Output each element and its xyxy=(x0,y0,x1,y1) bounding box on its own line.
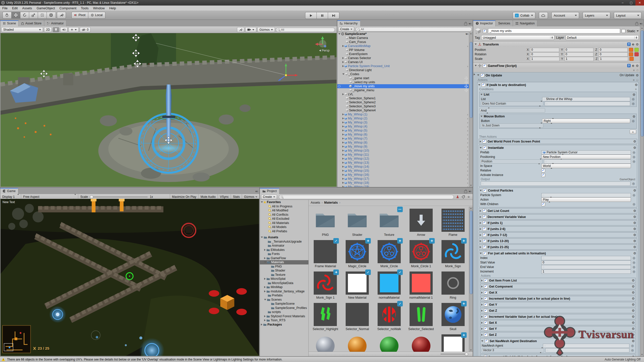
action-checkbox[interactable] xyxy=(483,146,487,150)
add-button[interactable]: + xyxy=(630,130,636,134)
operator-dropdown[interactable]: And xyxy=(479,108,545,113)
asset-tile[interactable]: normalMaterial xyxy=(374,269,405,301)
transform-tool-button[interactable] xyxy=(47,12,55,19)
gear-icon[interactable]: ⚙ xyxy=(633,140,636,143)
emodule-quick-icon[interactable] xyxy=(629,57,634,61)
prefab-chevron-icon[interactable]: › xyxy=(467,121,468,124)
project-favorite-item[interactable]: All In Progress xyxy=(260,204,308,209)
grid-view-icon[interactable]: □ xyxy=(636,78,638,81)
flow-action-header[interactable]: If (units 1) ⚙ xyxy=(480,220,636,225)
hierarchy-item[interactable]: My_Whisp (16)› xyxy=(337,173,469,177)
static-checkbox[interactable] xyxy=(622,29,625,33)
2d-toggle-button[interactable]: 2D xyxy=(44,27,52,32)
pane-menu-icon[interactable]: ▾≡ xyxy=(469,22,471,25)
asset-tile[interactable]: PNG xyxy=(310,207,341,238)
action-checkbox[interactable] xyxy=(482,245,486,249)
asset-tile[interactable]: +Monk_Sign 1 xyxy=(310,269,341,301)
foldout-arrow[interactable] xyxy=(342,178,344,180)
hierarchy-item[interactable]: Cam_Focus xyxy=(337,40,469,44)
object-picker-icon[interactable]: ◎ xyxy=(631,102,635,105)
asset-tile[interactable]: •••Texture xyxy=(374,207,405,238)
action-checkbox[interactable] xyxy=(484,355,488,356)
gear-icon[interactable]: ⚙ xyxy=(632,327,635,331)
action-checkbox[interactable] xyxy=(482,221,486,225)
object-picker-icon[interactable]: ◎ xyxy=(632,202,636,206)
action-checkbox[interactable] xyxy=(484,279,488,282)
menu-gameobject[interactable]: GameObject xyxy=(34,6,57,11)
lighting-toggle-button[interactable] xyxy=(53,27,59,32)
help-icon[interactable]: ? xyxy=(627,42,631,46)
gear-icon[interactable]: ⚙ xyxy=(632,321,635,325)
hierarchy-item[interactable]: My_Whisp (19)› xyxy=(337,185,469,187)
project-favorite-item[interactable]: All Models xyxy=(260,225,308,229)
hierarchy-item[interactable]: Selection_Sphere4 xyxy=(337,108,469,112)
value-field[interactable]: ◌ xyxy=(543,344,629,348)
axis-value-field[interactable]: 1 xyxy=(565,57,594,61)
account-dropdown[interactable]: Account xyxy=(551,12,579,19)
transform-component-header[interactable]: Transform ?⎆⚙ xyxy=(473,41,640,47)
flow-action-header[interactable]: Set Y ⚙ xyxy=(481,326,635,331)
hierarchy-item[interactable]: _game start xyxy=(337,76,469,80)
project-tree-item[interactable]: Materials xyxy=(260,260,308,264)
asset-tile[interactable]: Ring xyxy=(438,269,468,301)
scene-tools-button[interactable] xyxy=(237,27,244,32)
hierarchy-item[interactable]: Selection_Sphere2 xyxy=(337,100,469,104)
hierarchy-item[interactable]: My_Whisp (8)› xyxy=(337,141,469,145)
hierarchy-create-dropdown[interactable]: Create xyxy=(338,27,354,32)
menu-component[interactable]: Component xyxy=(57,6,78,11)
project-favorite-item[interactable]: All Materials xyxy=(260,221,308,225)
project-tree-item[interactable]: Texture xyxy=(260,273,308,277)
hierarchy-item[interactable]: My_Whisp (5)› xyxy=(337,128,469,132)
asset-tile[interactable]: Frame Material xyxy=(310,238,341,269)
layer-dropdown[interactable]: Default xyxy=(566,35,639,40)
menu-assets[interactable]: Assets xyxy=(20,6,34,11)
flow-action-header[interactable]: Instantiate ⚙ xyxy=(480,145,636,150)
scene-gizmos-dropdown[interactable]: Gizmos xyxy=(257,27,275,32)
foldout-arrow[interactable] xyxy=(342,158,344,160)
foldout-arrow[interactable] xyxy=(480,234,481,236)
hierarchy-scene-header[interactable]: SampleScene*▾≡ xyxy=(337,32,469,36)
value-field[interactable]: ◌Shrine of the Whisp xyxy=(542,97,630,101)
audio-toggle-button[interactable] xyxy=(60,27,67,32)
static-dropdown-icon[interactable] xyxy=(637,30,639,32)
hierarchy-item[interactable]: My_Whisp (10)› xyxy=(337,149,469,153)
flow-action-header[interactable]: Get X ⚙ xyxy=(481,290,635,295)
prefab-chevron-icon[interactable]: › xyxy=(467,161,468,165)
flow-action-header[interactable]: Get Item From List ⚙ xyxy=(481,278,635,283)
project-assets-header[interactable]: Assets xyxy=(260,235,308,240)
hierarchy-item[interactable]: My_Whisp (7)› xyxy=(337,137,469,141)
foldout-arrow[interactable] xyxy=(342,170,344,172)
gear-icon[interactable]: ⚙ xyxy=(632,279,635,282)
gear-icon[interactable]: ⚙ xyxy=(635,83,638,87)
shading-mode-dropdown[interactable]: Shaded xyxy=(1,27,43,32)
flow-action-header[interactable]: If (walk to any destination) ⚙ xyxy=(478,82,638,87)
menu-window[interactable]: Window xyxy=(91,6,107,11)
checkbox[interactable] xyxy=(541,202,545,206)
lock-icon[interactable] xyxy=(464,191,467,193)
gear-icon[interactable]: ⚙ xyxy=(633,221,636,225)
foldout-arrow[interactable] xyxy=(342,65,344,67)
hierarchy-item[interactable]: _ingame_menu xyxy=(337,88,469,92)
project-favorite-item[interactable]: All Modified xyxy=(260,208,308,213)
flow-action-header[interactable]: Get World Point From Screen Point ⚙ xyxy=(480,139,636,144)
gear-icon[interactable]: ⚙ xyxy=(633,245,636,249)
value-field[interactable]: ◌ xyxy=(541,193,631,197)
flow-action-header[interactable]: If (units 13-20) ⚙ xyxy=(480,239,636,243)
axis-value-field[interactable]: 0 xyxy=(530,52,559,57)
prefab-chevron-icon[interactable]: › xyxy=(467,165,468,169)
foldout-arrow[interactable] xyxy=(481,310,483,312)
emodule-quick-icon[interactable] xyxy=(629,48,633,52)
dropdown[interactable]: Right xyxy=(542,119,630,123)
scene-menu-icon[interactable]: ▾≡ xyxy=(466,32,468,36)
help-icon[interactable]: ? xyxy=(627,64,631,67)
hierarchy-item[interactable]: PP Volume xyxy=(337,48,469,52)
foldout-arrow[interactable] xyxy=(481,334,483,336)
prefab-chevron-icon[interactable]: › xyxy=(467,117,468,120)
foldout-arrow[interactable] xyxy=(481,298,483,300)
project-tree-item[interactable]: _TerrainAutoUpgrade xyxy=(260,240,308,244)
prefab-chevron-icon[interactable]: › xyxy=(467,185,468,187)
object-picker-icon[interactable]: ◎ xyxy=(632,155,636,159)
pivot-toggle-button[interactable]: Pivot xyxy=(71,12,88,19)
hierarchy-item[interactable]: Selection_Sphere3 xyxy=(337,104,469,108)
hierarchy-search-field[interactable]: All xyxy=(356,27,472,31)
